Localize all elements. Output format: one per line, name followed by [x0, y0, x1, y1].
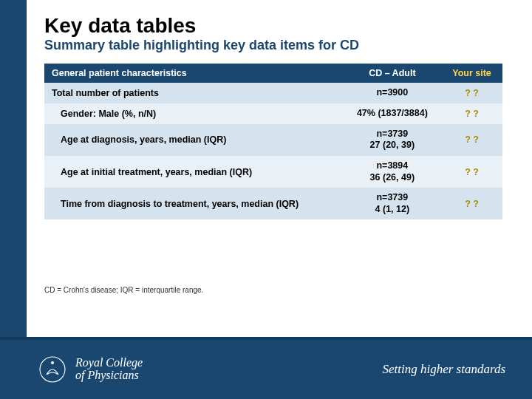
row-value-cd-adult: n=37394 (1, 12) [344, 188, 441, 219]
org-name: Royal College of Physicians [75, 357, 143, 382]
footer: Royal College of Physicians Setting high… [0, 340, 532, 399]
row-value-cd-adult: n=389436 (26, 49) [344, 156, 441, 188]
row-value-your-site: ? ? [441, 156, 502, 188]
table-row: Time from diagnosis to treatment, years,… [44, 188, 502, 219]
row-label: Age at diagnosis, years, median (IQR) [44, 124, 344, 156]
col-header-your-site: Your site [441, 64, 502, 83]
row-value-your-site: ? ? [441, 103, 502, 124]
tagline: Setting higher standards [382, 362, 505, 377]
row-value-cd-adult: 47% (1837/3884) [344, 103, 441, 124]
table-row: Gender: Male (%, n/N)47% (1837/3884)? ? [44, 103, 502, 124]
slide: Key data tables Summary table highlighti… [0, 0, 532, 399]
row-value-your-site: ? ? [441, 188, 502, 219]
crest-icon [37, 354, 68, 385]
org-name-line1: Royal College [75, 357, 143, 369]
data-table: General patient characteristics CD – Adu… [44, 64, 502, 219]
svg-point-1 [51, 361, 54, 364]
row-value-cd-adult: n=373927 (20, 39) [344, 124, 441, 156]
row-label: Total number of patients [44, 83, 344, 103]
table-row: Total number of patientsn=3900? ? [44, 83, 502, 103]
org-name-line2: of Physicians [75, 369, 143, 382]
col-header-characteristics: General patient characteristics [44, 64, 344, 83]
row-label: Age at initial treatment, years, median … [44, 156, 344, 188]
table-row: Age at initial treatment, years, median … [44, 156, 502, 188]
org-logo: Royal College of Physicians [37, 354, 143, 385]
table-header-row: General patient characteristics CD – Adu… [44, 64, 502, 83]
row-label: Time from diagnosis to treatment, years,… [44, 188, 344, 219]
row-value-your-site: ? ? [441, 83, 502, 103]
row-value-cd-adult: n=3900 [344, 83, 441, 103]
row-label: Gender: Male (%, n/N) [44, 103, 344, 124]
slide-title: Key data tables [44, 15, 502, 36]
table-row: Age at diagnosis, years, median (IQR)n=3… [44, 124, 502, 156]
content-area: Key data tables Summary table highlighti… [44, 15, 502, 294]
col-header-cd-adult: CD – Adult [344, 64, 441, 83]
table-body: Total number of patientsn=3900? ?Gender:… [44, 83, 502, 219]
footnote: CD = Crohn's disease; IQR = interquartil… [44, 286, 502, 294]
row-value-your-site: ? ? [441, 124, 502, 156]
slide-subtitle: Summary table highlighting key data item… [44, 38, 502, 53]
